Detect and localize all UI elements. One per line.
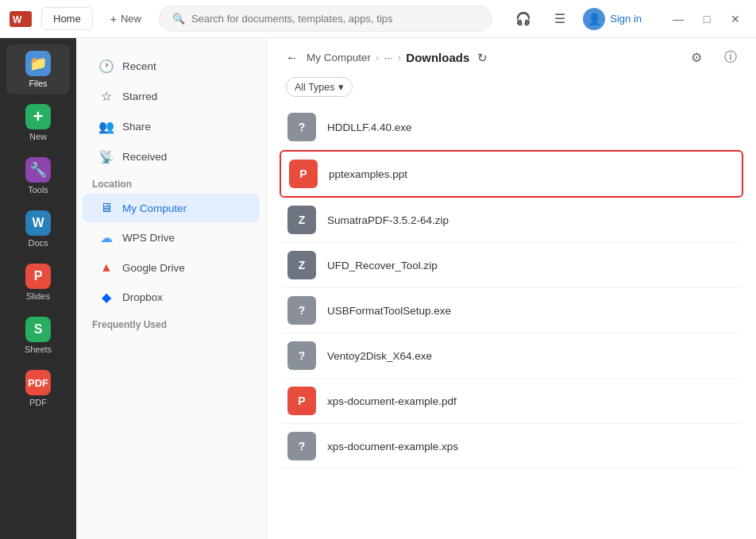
nav-label-share: Share [122,121,151,133]
nav-item-starred[interactable]: ☆ Starred [83,82,260,111]
nav-item-share[interactable]: 👥 Share [83,112,260,141]
breadcrumb-chevron: › [376,52,380,64]
frequently-used-title: Frequently Used [76,313,266,333]
filter-label: All Types [295,82,335,93]
file-icon-zip1: Z [287,206,316,234]
file-name-7: xps-document-example.pdf [327,395,457,407]
wps-logo-icon: W [10,11,32,27]
breadcrumb-parent[interactable]: My Computer [307,52,371,64]
file-icon-exe1: ? [287,113,316,141]
breadcrumb-ellipsis[interactable]: ··· [384,52,393,64]
breadcrumb-back-btn[interactable]: ← [286,51,299,65]
recent-icon: 🕐 [98,59,114,74]
file-item-4[interactable]: Z UFD_Recover_Tool.zip [280,243,743,288]
file-name-5: USBFormatToolSetup.exe [327,305,451,317]
file-name-8: xps-document-example.xps [327,441,458,452]
home-tab[interactable]: Home [41,7,93,30]
google-drive-icon: ▲ [98,260,114,275]
nav-panel: 🕐 Recent ☆ Starred 👥 Share 📡 Received Lo… [76,38,267,539]
file-icon-xps: ? [287,432,316,460]
files-icon: 📁 [25,51,51,76]
close-btn[interactable]: ✕ [724,8,746,30]
file-item-7[interactable]: P xps-document-example.pdf [280,379,743,424]
sidebar-label-files: Files [29,79,47,88]
svg-text:W: W [13,14,22,25]
sign-in-btn[interactable]: 👤 Sign in [583,8,642,30]
file-icon-pdf: P [287,387,316,415]
sidebar-item-pdf[interactable]: PDF PDF [6,364,70,414]
menu-icon-btn[interactable]: ☰ [546,6,573,33]
location-section-title: Location [76,172,266,193]
file-name-6: Ventoy2Disk_X64.exe [327,350,432,362]
file-item-2[interactable]: P pptexamples.ppt [280,150,743,198]
file-icon-ppt: P [289,160,318,188]
sidebar: 📁 Files + New 🔧 Tools W Docs P Slides S … [0,38,76,539]
file-icon-exe2: ? [287,296,316,325]
settings-btn[interactable]: ⚙ [691,50,702,65]
file-name-3: SumatraPDF-3.5.2-64.zip [327,214,449,226]
sidebar-item-files[interactable]: 📁 Files [6,44,70,94]
nav-item-google-drive[interactable]: ▲ Google Drive [83,253,260,282]
search-bar[interactable]: 🔍 [159,6,492,32]
nav-label-dropbox: Dropbox [122,291,163,303]
sidebar-label-new: New [29,132,47,141]
sidebar-label-pdf: PDF [29,398,47,407]
file-item-5[interactable]: ? USBFormatToolSetup.exe [280,288,743,333]
avatar: 👤 [583,8,605,30]
file-item-1[interactable]: ? HDDLLF.4.40.exe [280,105,743,150]
file-icon-exe3: ? [287,341,316,370]
sidebar-label-slides: Slides [26,291,50,301]
nav-item-recent[interactable]: 🕐 Recent [83,52,260,81]
sidebar-label-sheets: Sheets [25,345,52,354]
file-item-8[interactable]: ? xps-document-example.xps [280,424,743,469]
search-icon: 🔍 [172,13,185,25]
minimize-btn[interactable]: — [667,8,689,30]
filter-all-types[interactable]: All Types ▾ [286,77,353,97]
sheets-icon: S [25,317,51,342]
pdf-icon: PDF [25,370,51,395]
nav-item-received[interactable]: 📡 Received [83,142,260,171]
slides-icon: P [25,264,51,289]
new-tab-label: New [121,13,141,25]
file-icon-zip2: Z [287,251,316,279]
sidebar-item-new[interactable]: + New [6,98,70,148]
file-name-1: HDDLLF.4.40.exe [327,121,412,133]
starred-icon: ☆ [98,89,114,104]
nav-item-my-computer[interactable]: 🖥 My Computer [83,194,260,222]
home-tab-label: Home [53,13,81,25]
file-name-4: UFD_Recover_Tool.zip [327,260,438,271]
breadcrumb-bar: ← My Computer › ··· › Downloads ↻ ⚙ ⓘ [267,38,756,74]
filter-bar: All Types ▾ [267,74,756,105]
file-item-3[interactable]: Z SumatraPDF-3.5.2-64.zip [280,198,743,243]
breadcrumb-current: Downloads [406,51,469,64]
received-icon: 📡 [98,149,114,164]
nav-label-starred: Starred [122,90,157,102]
file-item-6[interactable]: ? Ventoy2Disk_X64.exe [280,333,743,379]
maximize-btn[interactable]: □ [696,8,718,30]
titlebar: W Home + New 🔍 🎧 ☰ 👤 Sign in — □ ✕ [0,0,756,38]
app-body: 📁 Files + New 🔧 Tools W Docs P Slides S … [0,38,756,539]
toolbar-icons: 🎧 ☰ 👤 Sign in [510,6,642,33]
file-list: ? HDDLLF.4.40.exe P pptexamples.ppt Z Su… [267,105,756,539]
nav-label-recent: Recent [122,60,156,72]
headphone-icon-btn[interactable]: 🎧 [510,6,537,33]
filter-arrow-icon: ▾ [338,81,344,93]
nav-item-wps-drive[interactable]: ☁ WPS Drive [83,223,260,252]
share-icon: 👥 [98,119,114,134]
sidebar-item-sheets[interactable]: S Sheets [6,310,70,360]
sidebar-label-docs: Docs [28,238,48,248]
sidebar-item-docs[interactable]: W Docs [6,204,70,254]
nav-item-dropbox[interactable]: ◆ Dropbox [83,283,260,312]
plus-icon: + [110,13,117,25]
new-tab[interactable]: + New [99,8,152,30]
nav-label-google-drive: Google Drive [122,262,185,274]
sidebar-item-slides[interactable]: P Slides [6,257,70,307]
search-input[interactable] [191,13,430,25]
nav-label-my-computer: My Computer [122,202,187,214]
info-btn[interactable]: ⓘ [724,49,737,66]
sign-in-label: Sign in [610,13,642,25]
sidebar-item-tools[interactable]: 🔧 Tools [6,151,70,201]
sidebar-label-tools: Tools [28,185,48,194]
tools-icon: 🔧 [25,157,51,183]
refresh-btn[interactable]: ↻ [477,51,488,65]
